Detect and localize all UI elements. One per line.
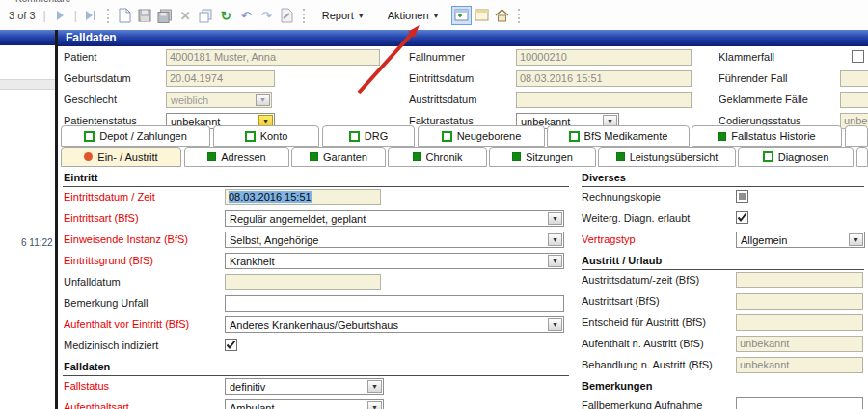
filled-green-square-icon xyxy=(413,152,421,161)
redo-icon: ↷ xyxy=(261,10,272,22)
copy-button[interactable] xyxy=(196,6,216,25)
save-button[interactable] xyxy=(135,6,155,25)
hollow-green-square-icon xyxy=(245,131,256,142)
tab-partial[interactable] xyxy=(845,125,868,147)
section-title-bemerkungen: Bemerkungen xyxy=(582,380,652,392)
screen: Kommentare 3 of 3 | | ✕ ↻ ↶ ↷ xyxy=(0,0,868,409)
aktionen-menu-button[interactable]: Aktionen ▼ xyxy=(382,9,446,22)
tab-sitzungen[interactable]: Sitzungen xyxy=(489,147,596,167)
last-record-button[interactable] xyxy=(81,6,101,25)
tab-bfs-medikamente[interactable]: BfS Medikamente xyxy=(547,125,690,147)
field-behandlung-n-austritt-bfs: unbekannt xyxy=(736,357,863,373)
hollow-green-square-icon xyxy=(442,131,452,142)
undo-button[interactable]: ↶ xyxy=(236,6,257,25)
field-eintrittsart-bfs[interactable]: Regulär angemeldet, geplant▼ xyxy=(225,210,564,227)
open-form-window-button[interactable] xyxy=(472,6,492,25)
field-rechnungskopie[interactable] xyxy=(736,190,748,203)
dropdown-arrow-icon[interactable]: ▼ xyxy=(849,233,863,246)
main-toolbar: 3 of 3 | | ✕ ↻ ↶ ↷ xyxy=(0,5,526,26)
new-document-button[interactable] xyxy=(115,6,135,25)
filled-green-square-icon xyxy=(718,132,726,141)
tab-drg[interactable]: DRG xyxy=(322,125,415,147)
label-eintrittsgrund-bfs: Eintrittsgrund (BfS) xyxy=(64,255,153,266)
save-all-icon xyxy=(157,9,173,23)
dropdown-arrow-icon[interactable]: ▼ xyxy=(548,318,562,331)
chevron-down-icon: ▼ xyxy=(433,13,440,19)
field-weiterg-diagn-erlaubt[interactable] xyxy=(736,211,748,224)
tab-garanten[interactable]: Garanten xyxy=(291,147,386,167)
label-patient: Patient xyxy=(64,51,96,63)
aktionen-menu-label: Aktionen xyxy=(388,10,429,21)
validate-document-button[interactable] xyxy=(277,6,297,25)
dropdown-value: Krankheit xyxy=(230,256,274,267)
field-fallstatus[interactable]: definitiv▼ xyxy=(225,378,384,395)
tab-label: Ein- / Austritt xyxy=(97,151,157,163)
field-aufenthalt-vor-eintritt-bfs[interactable]: Anderes Krankenhaus/Geburtshaus▼ xyxy=(225,316,564,333)
home-button[interactable] xyxy=(492,6,512,25)
field-fallbemerkung-aufnahme[interactable] xyxy=(736,397,863,409)
tab-depot-zahlungen[interactable]: Depot / Zahlungen xyxy=(61,125,210,147)
field-eintrittsgrund-bfs[interactable]: Krankheit▼ xyxy=(225,253,564,269)
field-bemerkung-unfall[interactable] xyxy=(225,295,564,312)
background-timestamp-fragment: 6 11:22 xyxy=(21,237,53,248)
clipped-background-window-text: Kommentare xyxy=(15,0,70,3)
tab-partial[interactable] xyxy=(856,147,868,167)
dropdown-arrow-icon[interactable]: ▼ xyxy=(367,380,382,393)
redo-button[interactable]: ↷ xyxy=(257,6,277,25)
next-record-button[interactable] xyxy=(50,6,70,25)
label-fuhrender-fall: Führender Fall xyxy=(719,72,788,84)
dropdown-value: definitiv xyxy=(230,381,265,393)
label-geburtsdatum: Geburtsdatum xyxy=(64,72,131,84)
record-position: 3 of 3 xyxy=(9,10,36,21)
check-icon xyxy=(737,212,747,223)
tab-fallstatus-historie[interactable]: Fallstatus Historie xyxy=(692,125,842,147)
label-eintrittsdatum: Eintrittsdatum xyxy=(409,72,474,84)
dropdown-arrow-icon[interactable]: ▼ xyxy=(548,255,562,267)
field-medizinisch-indiziert[interactable] xyxy=(225,339,237,351)
field-eintrittsdatum-zeit[interactable]: 08.03.2016 15:51 xyxy=(225,189,381,205)
tab-leistungsubersicht[interactable]: Leistungsübersicht xyxy=(598,147,736,167)
dropdown-value: weiblich xyxy=(171,95,208,106)
report-menu-button[interactable]: Report ▼ xyxy=(316,9,370,22)
field-geburtsdatum: 20.04.1974 xyxy=(166,70,275,87)
filled-green-square-icon xyxy=(310,152,318,161)
last-record-icon xyxy=(86,11,93,20)
new-form-window-button[interactable] xyxy=(451,6,472,25)
field-austrittsdatum xyxy=(516,92,692,108)
dropdown-arrow-icon[interactable]: ▼ xyxy=(367,401,382,409)
orange-circle-icon xyxy=(84,152,93,161)
dropdown-value: Selbst, Angehörige xyxy=(230,234,318,246)
label-bemerkung-unfall: Bemerkung Unfall xyxy=(64,297,148,309)
dropdown-arrow-icon[interactable]: ▼ xyxy=(548,212,562,225)
tab-label: Sitzungen xyxy=(526,151,573,163)
tab-chronik[interactable]: Chronik xyxy=(388,147,487,167)
field-aufenthaltsart[interactable]: Ambulant▼ xyxy=(225,399,384,409)
tab-label: Fallstatus Historie xyxy=(731,130,815,142)
label-rechnungskopie: Rechnungskopie xyxy=(582,191,661,203)
new-form-window-icon xyxy=(454,9,469,22)
report-menu-label: Report xyxy=(322,10,354,21)
section-rule xyxy=(582,269,864,270)
field-einweisende-instanz-bfs[interactable]: Selbst, Angehörige▼ xyxy=(225,232,564,248)
field-eintrittsdatum: 08.03.2016 15:51 xyxy=(516,70,692,87)
field-aufenthalt-n-austritt-bfs: unbekannt xyxy=(736,336,863,352)
dropdown-arrow-icon: ▼ xyxy=(256,94,270,106)
tab-neugeborene[interactable]: Neugeborene xyxy=(418,125,545,147)
label-fallstatus: Fallstatus xyxy=(64,380,109,392)
field-klammerfall[interactable] xyxy=(852,50,864,63)
section-rule xyxy=(63,375,569,376)
check-icon xyxy=(226,340,236,350)
field-vertragstyp[interactable]: Allgemein▼ xyxy=(736,232,865,248)
indeterminate-mark xyxy=(739,193,746,200)
label-vertragstyp: Vertragstyp xyxy=(582,233,636,245)
refresh-button[interactable]: ↻ xyxy=(216,6,236,25)
tab-diagnosen[interactable]: Diagnosen xyxy=(738,147,854,167)
field-fallnummer: 10000210 xyxy=(516,49,692,66)
save-all-button[interactable] xyxy=(155,6,176,25)
tab-adressen[interactable]: Adressen xyxy=(184,147,289,167)
delete-button[interactable]: ✕ xyxy=(176,6,196,25)
dropdown-arrow-icon[interactable]: ▼ xyxy=(548,233,562,246)
filled-green-square-icon xyxy=(207,152,216,161)
tab-konto[interactable]: Konto xyxy=(213,125,319,147)
tab-ein-austritt[interactable]: Ein- / Austritt xyxy=(61,147,181,167)
